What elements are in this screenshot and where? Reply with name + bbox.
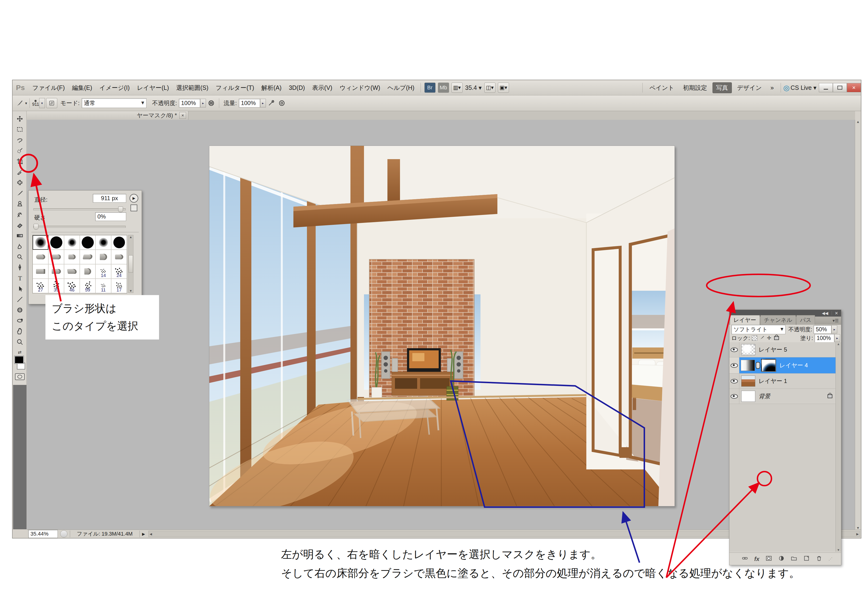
panel-flyout-icon[interactable]: ▶: [129, 194, 138, 203]
brush-preset[interactable]: [80, 250, 96, 264]
layer-mask-thumbnail[interactable]: [761, 359, 776, 372]
close-panel-icon[interactable]: ✕: [835, 311, 838, 316]
layer-thumbnail[interactable]: [741, 344, 755, 355]
fill-field[interactable]: 100%: [815, 334, 834, 343]
opacity-arrow[interactable]: ▸: [200, 99, 206, 107]
brush-preset[interactable]: [64, 264, 80, 279]
layer-thumbnail[interactable]: [741, 376, 755, 387]
smudge-tool[interactable]: [14, 241, 25, 251]
gradient-tool[interactable]: [14, 230, 25, 241]
workspace-design[interactable]: デザイン: [734, 83, 765, 93]
layer-row-background[interactable]: 背景: [729, 389, 836, 404]
diameter-slider[interactable]: [33, 208, 126, 210]
status-zoom-field[interactable]: 35.44%: [28, 530, 58, 538]
menu-3d[interactable]: 3D(D): [285, 84, 309, 91]
tablet-pressure-icon[interactable]: [276, 98, 287, 108]
pen-tool[interactable]: [14, 262, 25, 273]
hand-tool[interactable]: [14, 326, 25, 336]
menu-select[interactable]: 選択範囲(S): [173, 84, 212, 92]
lock-pixels-icon[interactable]: [759, 335, 764, 341]
hardness-slider-thumb[interactable]: [34, 224, 38, 229]
workspace-photo[interactable]: 写真: [712, 82, 732, 93]
close-button[interactable]: ×: [847, 83, 861, 92]
mode-select[interactable]: 通常▾: [82, 98, 147, 108]
brush-preset-picker[interactable]: 911: [32, 100, 39, 107]
brush-picker-arrow[interactable]: ▾: [39, 98, 45, 108]
menu-analysis[interactable]: 解析(A): [258, 84, 285, 92]
brush-preset[interactable]: [33, 250, 48, 264]
brush-preset[interactable]: [48, 264, 64, 279]
brush-preset[interactable]: [111, 235, 127, 250]
new-preset-icon[interactable]: [131, 204, 137, 211]
brush-preset[interactable]: [64, 250, 80, 264]
scroll-right-icon[interactable]: ▶: [856, 532, 859, 536]
layer-name[interactable]: 背景: [759, 392, 770, 400]
flow-field[interactable]: 100%: [239, 99, 260, 107]
lock-transparency-icon[interactable]: [752, 335, 757, 341]
layer-thumbnail-gradient[interactable]: [741, 360, 755, 371]
scroll-down-icon[interactable]: ▼: [856, 526, 860, 530]
layer-row-1[interactable]: レイヤー 1: [729, 374, 836, 389]
view-extras-button[interactable]: ▥▾: [451, 83, 463, 93]
brush-preset[interactable]: [33, 264, 48, 279]
layer-opacity-field[interactable]: 50%: [813, 325, 831, 334]
color-swatches[interactable]: [14, 356, 25, 369]
screen-mode-button[interactable]: ▣▾: [498, 83, 509, 93]
add-layer-mask-icon[interactable]: [766, 555, 772, 563]
brush-preset[interactable]: 59: [80, 279, 96, 293]
vertical-scrollbar[interactable]: ▲ ▼: [855, 120, 861, 530]
workspace-default[interactable]: 初期設定: [680, 83, 711, 93]
brush-preset[interactable]: 39: [48, 279, 64, 293]
visibility-toggle[interactable]: [729, 342, 739, 357]
restore-button[interactable]: [833, 83, 847, 92]
brush-preset[interactable]: [80, 235, 96, 250]
path-selection-tool[interactable]: [14, 283, 25, 294]
status-flyout-icon[interactable]: ▶: [142, 532, 145, 536]
lasso-tool[interactable]: [14, 135, 25, 145]
menu-window[interactable]: ウィンドウ(W): [336, 84, 384, 92]
document-tab[interactable]: ヤーマスク/8) * ×: [27, 111, 188, 120]
marquee-tool[interactable]: [14, 124, 25, 135]
menu-edit[interactable]: 編集(E): [68, 84, 96, 92]
lock-all-icon[interactable]: [774, 336, 779, 340]
collapse-panel-icon[interactable]: ◀◀: [822, 311, 828, 316]
brush-preset[interactable]: [48, 250, 64, 264]
zoom-tool[interactable]: [14, 336, 25, 347]
link-layers-icon[interactable]: [742, 555, 748, 563]
swap-colors-icon[interactable]: ⇄: [18, 350, 22, 355]
quick-selection-tool[interactable]: [14, 145, 25, 156]
visibility-toggle[interactable]: [729, 357, 739, 373]
opacity-pressure-icon[interactable]: [206, 98, 217, 108]
toggle-brush-panel-button[interactable]: [46, 98, 57, 108]
tab-paths[interactable]: パス: [796, 315, 815, 325]
brush-preset[interactable]: 11: [96, 279, 111, 293]
layer-style-icon[interactable]: fx: [754, 556, 759, 563]
fill-arrow[interactable]: ▸: [834, 334, 840, 342]
layer-name[interactable]: レイヤー 5: [759, 346, 787, 354]
eraser-tool[interactable]: [14, 220, 25, 230]
diameter-field[interactable]: 911 px: [93, 194, 126, 203]
tool-preset-arrow[interactable]: ▾: [25, 101, 27, 105]
brush-preset[interactable]: [48, 235, 64, 250]
3d-orbit-tool[interactable]: [14, 315, 25, 326]
type-tool[interactable]: T: [14, 273, 25, 283]
scroll-left-icon[interactable]: ◀: [150, 532, 152, 536]
diameter-slider-thumb[interactable]: [118, 206, 123, 212]
brush-tool-preset-icon[interactable]: [14, 98, 25, 108]
brush-preset[interactable]: 24: [111, 264, 127, 279]
layer-name[interactable]: レイヤー 4: [780, 361, 808, 369]
menu-filter[interactable]: フィルター(T): [212, 84, 258, 92]
brush-preset[interactable]: [111, 250, 127, 264]
brush-preset[interactable]: 14: [96, 264, 111, 279]
brush-preset[interactable]: 46: [64, 279, 80, 293]
menu-file[interactable]: ファイル(F): [29, 84, 68, 92]
hardness-slider[interactable]: [33, 226, 126, 228]
layer-name[interactable]: レイヤー 1: [759, 377, 787, 385]
history-brush-tool[interactable]: [14, 209, 25, 220]
dodge-tool[interactable]: [14, 251, 25, 262]
delete-layer-icon[interactable]: [816, 555, 822, 563]
workspace-paint[interactable]: ペイント: [646, 83, 678, 93]
move-tool[interactable]: [14, 113, 25, 124]
arrange-documents-button[interactable]: ◫▾: [484, 83, 495, 93]
healing-brush-tool[interactable]: [14, 177, 25, 188]
